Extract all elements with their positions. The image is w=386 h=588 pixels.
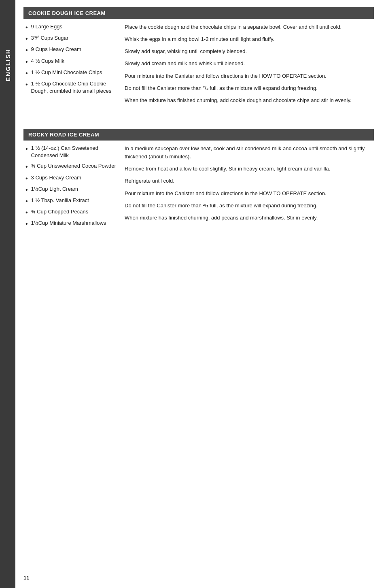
ingredient-text: ¾ Cup Chopped Pecans [31,208,117,215]
recipe-title-cookie-dough: COOKIE DOUGH ICE CREAM [23,7,374,19]
page-number: 11 [23,575,29,581]
list-item: • 3³/⁸ Cups Sugar [25,34,117,43]
bullet-icon: • [25,186,28,194]
bullet-icon: • [25,163,28,170]
ingredient-text: 3³/⁸ Cups Sugar [31,34,117,42]
list-item: • 1 ½ (14-oz.) Can Sweetened Condensed M… [25,145,117,159]
instruction-para: Slowly add cream and milk and whisk unti… [125,60,374,68]
ingredient-text: 9 Cups Heavy Cream [31,46,117,53]
instruction-para: Do not fill the Canister more than ²/₃ f… [125,84,374,92]
ingredient-text: 1½Cup Miniature Marshmallows [31,219,117,227]
page-wrapper: ENGLISH COOKIE DOUGH ICE CREAM • 9 Large… [0,0,386,588]
list-item: • ¾ Cup Chopped Pecans [25,208,117,216]
bullet-icon: • [25,23,28,31]
list-item: • 4 ½ Cups Milk [25,58,117,66]
bullet-icon: • [25,209,28,216]
sidebar: ENGLISH [0,0,15,588]
recipe-title-rocky-road: ROCKY ROAD ICE CREAM [23,129,374,141]
ingredients-col-cookie-dough: • 9 Large Eggs • 3³/⁸ Cups Sugar • 9 Cup… [23,23,117,104]
instruction-para: Pour mixture into the Canister and follo… [125,72,374,80]
recipe-section-rocky-road: ROCKY ROAD ICE CREAM • 1 ½ (14-oz.) Can … [23,129,374,231]
ingredient-text: 4 ½ Cups Milk [31,58,117,65]
instruction-para: Slowly add sugar, whisking until complet… [125,47,374,55]
list-item: • ¾ Cup Unsweetened Cocoa Powder [25,162,117,170]
bullet-icon: • [25,197,28,205]
bullet-icon: • [25,220,28,228]
ingredient-text: 1 ½ (14-oz.) Can Sweetened Condensed Mil… [31,145,117,159]
content-area: COOKIE DOUGH ICE CREAM • 9 Large Eggs • … [15,0,386,588]
ingredient-text: 3 Cups Heavy Cream [31,174,117,181]
ingredient-text: 9 Large Eggs [31,23,117,30]
ingredient-text: ¾ Cup Unsweetened Cocoa Powder [31,162,117,170]
list-item: • 1 ½ Tbsp. Vanilla Extract [25,197,117,205]
instruction-para: Whisk the eggs in a mixing bowl 1-2 minu… [125,35,374,43]
recipe-section-cookie-dough: COOKIE DOUGH ICE CREAM • 9 Large Eggs • … [23,7,374,104]
instructions-col-cookie-dough: Place the cookie dough and the chocolate… [125,23,374,104]
instruction-para: Place the cookie dough and the chocolate… [125,23,374,31]
list-item: • 1½Cup Miniature Marshmallows [25,219,117,228]
ingredients-col-rocky-road: • 1 ½ (14-oz.) Can Sweetened Condensed M… [23,145,117,231]
instruction-para: Refrigerate until cold. [125,177,374,185]
recipe-body-cookie-dough: • 9 Large Eggs • 3³/⁸ Cups Sugar • 9 Cup… [23,19,374,104]
ingredient-text: 1 ½ Cup Mini Chocolate Chips [31,69,117,76]
list-item: • 1½Cup Light Cream [25,185,117,194]
list-item: • 1 ½ Cup Chocolate Chip Cookie Dough, c… [25,80,117,95]
instruction-para: When mixture has finished churning, add … [125,214,374,222]
recipe-body-rocky-road: • 1 ½ (14-oz.) Can Sweetened Condensed M… [23,141,374,231]
bullet-icon: • [25,46,28,54]
instruction-para: When the mixture has finished churning, … [125,96,374,104]
list-item: • 3 Cups Heavy Cream [25,174,117,182]
sidebar-label: ENGLISH [4,49,11,81]
bullet-icon: • [25,81,28,88]
instruction-para: In a medium saucepan over low heat, cook… [125,145,374,161]
page-footer: 11 [15,572,386,581]
bullet-icon: • [25,58,28,66]
instructions-col-rocky-road: In a medium saucepan over low heat, cook… [125,145,374,231]
list-item: • 9 Cups Heavy Cream [25,46,117,54]
bullet-icon: • [25,175,28,182]
bullet-icon: • [25,69,28,77]
ingredient-text: 1 ½ Tbsp. Vanilla Extract [31,197,117,204]
bullet-icon: • [25,145,28,153]
ingredient-text: 1½Cup Light Cream [31,185,117,193]
instruction-para: Pour mixture into the Canister and follo… [125,190,374,198]
instruction-para: Remove from heat and allow to cool sligh… [125,165,374,173]
list-item: • 1 ½ Cup Mini Chocolate Chips [25,69,117,77]
instruction-para: Do not fill the Canister more than ²/₃ f… [125,202,374,210]
bullet-icon: • [25,35,28,43]
list-item: • 9 Large Eggs [25,23,117,31]
ingredient-text: 1 ½ Cup Chocolate Chip Cookie Dough, cru… [31,80,117,95]
